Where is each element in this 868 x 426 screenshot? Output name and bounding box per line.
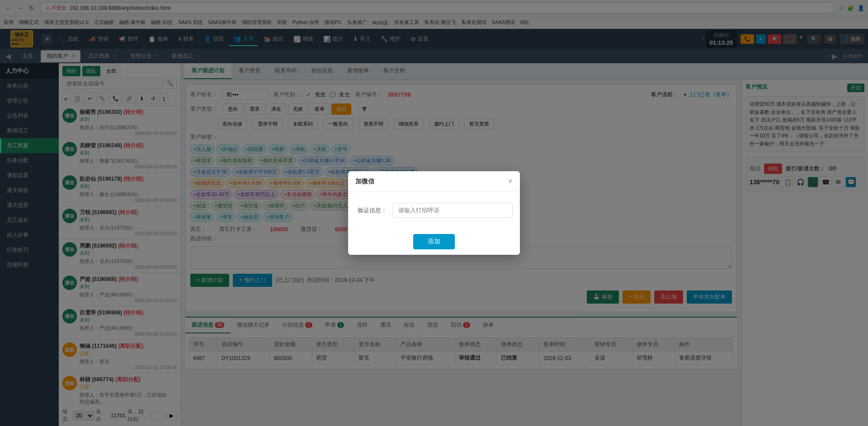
modal-verify-input[interactable] [392, 203, 513, 218]
modal-footer: 添加 [348, 229, 520, 255]
modal-form-row: 验证信息： [355, 203, 513, 218]
modal: 加微信 × 验证信息： 添加 [348, 171, 520, 255]
modal-title: 加微信 [355, 178, 374, 186]
modal-form-label: 验证信息： [355, 206, 387, 215]
modal-header: 加微信 × [348, 171, 520, 192]
modal-close-btn[interactable]: × [508, 177, 513, 186]
modal-submit-btn[interactable]: 添加 [413, 234, 455, 249]
modal-overlay[interactable]: 加微信 × 验证信息： 添加 [0, 0, 868, 426]
modal-body: 验证信息： [348, 192, 520, 229]
